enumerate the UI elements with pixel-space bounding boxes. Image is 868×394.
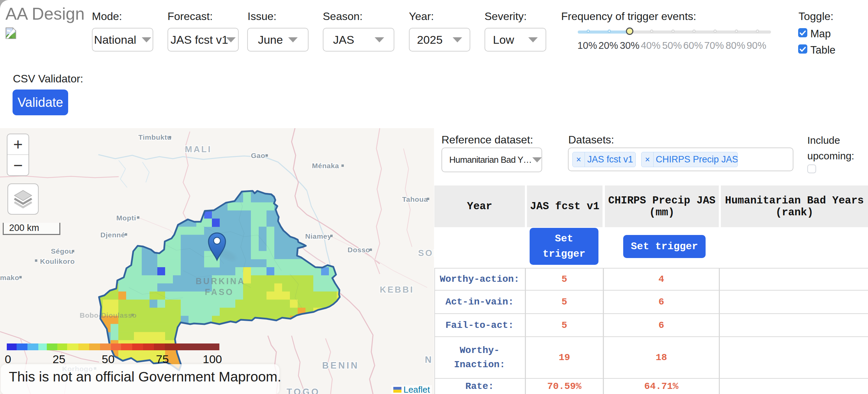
svg-text:Djenné: Djenné	[100, 231, 125, 239]
svg-text:N: N	[425, 355, 433, 365]
svg-text:SOKO: SOKO	[418, 248, 434, 258]
svg-text:Koulikoro: Koulikoro	[40, 257, 75, 265]
svg-text:Gao: Gao	[251, 152, 265, 159]
svg-text:Tahoua: Tahoua	[402, 195, 428, 203]
svg-text:Mopti: Mopti	[116, 214, 136, 222]
svg-text:MALI: MALI	[185, 144, 212, 154]
svg-text:Timbuktu: Timbuktu	[138, 133, 172, 141]
svg-text:KEBBI: KEBBI	[380, 284, 414, 295]
svg-text:BENIN: BENIN	[322, 360, 359, 371]
svg-text:Bobo-Dioulasso: Bobo-Dioulasso	[80, 311, 137, 319]
svg-text:FASO: FASO	[205, 287, 234, 297]
svg-text:Dosso: Dosso	[348, 246, 370, 254]
svg-text:Ménaka: Ménaka	[312, 162, 339, 170]
svg-text:Niamey: Niamey	[305, 232, 332, 240]
svg-text:mako: mako	[0, 274, 19, 281]
svg-text:BURKINA: BURKINA	[196, 276, 245, 286]
svg-text:Ségou: Ségou	[51, 247, 74, 255]
svg-text:TOGO: TOGO	[287, 387, 320, 394]
